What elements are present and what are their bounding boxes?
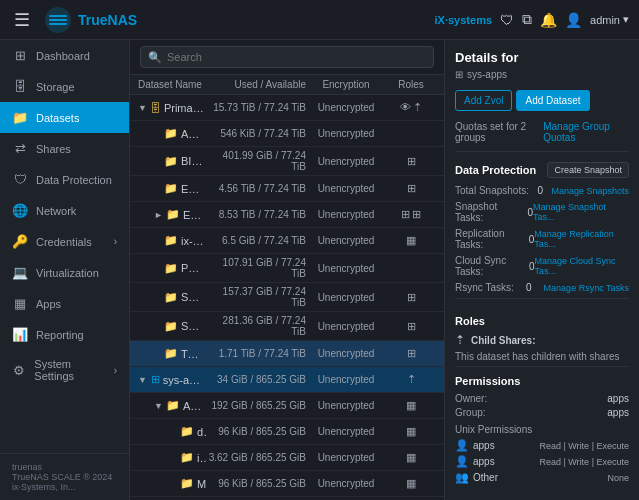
- dataset-used: 15.73 TiB / 77.24 TiB: [206, 102, 306, 113]
- folder-icon: 📁: [180, 425, 194, 438]
- network-icon: 🌐: [12, 203, 28, 218]
- manage-cloud-sync-link[interactable]: Manage Cloud Sync Tas...: [535, 256, 630, 276]
- group-icon: 👥: [455, 471, 469, 484]
- folder-icon: 📁: [166, 399, 180, 412]
- cloud-sync-label: Cloud Sync Tasks:: [455, 255, 529, 277]
- sidebar-item-reporting[interactable]: 📊 Reporting: [0, 319, 129, 350]
- row-name-cell: ▶ 📁 SORT-DUMP: [138, 320, 206, 333]
- owner-row: Owner: apps: [455, 393, 629, 404]
- folder-icon: 📁: [164, 347, 178, 360]
- expand-icon[interactable]: ▼: [138, 103, 147, 113]
- admin-arrow-icon: ▾: [623, 13, 629, 26]
- dataset-name: APPDATA: [181, 128, 206, 140]
- dataset-used: 3.62 GiB / 865.25 GiB: [206, 452, 306, 463]
- table-row[interactable]: ▶ 📁 SOFTWARE-GAMES 157.37 GiB / 77.24 Ti…: [130, 283, 444, 312]
- sidebar-label: Datasets: [36, 112, 79, 124]
- permissions-title: Permissions: [455, 375, 629, 387]
- folder-icon: 📁: [166, 208, 180, 221]
- person-icon[interactable]: 👤: [565, 12, 582, 28]
- sidebar-item-storage[interactable]: 🗄 Storage: [0, 71, 129, 102]
- row-name-cell: ▼ 📁 Applications: [138, 399, 206, 412]
- hamburger-button[interactable]: ☰: [10, 5, 34, 35]
- details-panel: Details for ⊞ sys-apps Add Zvol Add Data…: [444, 40, 639, 500]
- bell-icon[interactable]: 🔔: [540, 12, 557, 28]
- table-row[interactable]: ► 📁 ENTERTAINMENT 8.53 TiB / 77.24 TiB U…: [130, 202, 444, 228]
- sidebar-item-data-protection[interactable]: 🛡 Data Protection: [0, 164, 129, 195]
- data-protection-section: Data Protection Create Snapshot Total Sn…: [455, 162, 629, 294]
- manage-rsync-link[interactable]: Manage Rsync Tasks: [544, 283, 629, 293]
- dataset-name: ix-applications: [197, 452, 206, 464]
- pool-detail-icon: ⊞: [455, 69, 463, 80]
- apps2-role-icon: ⊞: [412, 208, 421, 221]
- admin-button[interactable]: admin ▾: [590, 13, 629, 26]
- table-row[interactable]: ▶ 📁 ix-applications 3.62 GiB / 865.25 Gi…: [130, 445, 444, 471]
- expand-icon[interactable]: ►: [154, 210, 163, 220]
- table-row[interactable]: ▼ ⊞ sys-apps 34 GiB / 865.25 GiB Unencry…: [130, 367, 444, 393]
- data-protection-icon: 🛡: [12, 172, 28, 187]
- sidebar-item-system-settings[interactable]: ⚙ System Settings ›: [0, 350, 129, 390]
- add-dataset-button[interactable]: Add Dataset: [516, 90, 589, 111]
- dataset-name: doublecommander: [197, 426, 206, 438]
- dataset-name: sys-apps: [163, 374, 206, 386]
- quotas-text: Quotas set for 2 groups: [455, 121, 543, 143]
- manage-snapshots-link[interactable]: Manage Snapshots: [551, 186, 629, 196]
- layers-icon[interactable]: ⧉: [522, 11, 532, 28]
- add-zvol-button[interactable]: Add Zvol: [455, 90, 512, 111]
- table-row[interactable]: ▶ 📁 MyAppData 96 KiB / 865.25 GiB Unencr…: [130, 471, 444, 497]
- row-name-cell: ▶ 📁 ix-applications: [138, 451, 206, 464]
- manage-snapshot-tasks-link[interactable]: Manage Snapshot Tas...: [533, 202, 629, 222]
- table-row[interactable]: ▶ 📁 APPDATA 546 KiB / 77.24 TiB Unencryp…: [130, 121, 444, 147]
- sidebar-item-network[interactable]: 🌐 Network: [0, 195, 129, 226]
- table-row[interactable]: ▶ 📁 ix-applications 6.5 GiB / 77.24 TiB …: [130, 228, 444, 254]
- sidebar-label: Network: [36, 205, 76, 217]
- unix-user-name-0: apps: [473, 440, 535, 451]
- permissions-section: Permissions Owner: apps Group: apps Unix…: [455, 366, 629, 484]
- sidebar-label: Credentials: [36, 236, 92, 248]
- expand-icon[interactable]: ▼: [138, 375, 148, 385]
- sidebar-item-virtualization[interactable]: 💻 Virtualization: [0, 257, 129, 288]
- dataset-enc: Unencrypted: [306, 183, 386, 194]
- expand-icon[interactable]: ▼: [154, 401, 163, 411]
- table-row[interactable]: ▼ 🗄 PrimaryPool 15.73 TiB / 77.24 TiB Un…: [130, 95, 444, 121]
- unix-permissions-title: Unix Permissions: [455, 424, 629, 435]
- dataset-roles: ⇡: [386, 373, 436, 386]
- sidebar-item-datasets[interactable]: 📁 Datasets: [0, 102, 129, 133]
- manage-replication-link[interactable]: Manage Replication Tas...: [534, 229, 629, 249]
- shares-icon: ⇡: [455, 333, 465, 347]
- table-row[interactable]: ▼ 📁 Applications 192 GiB / 865.25 GiB Un…: [130, 393, 444, 419]
- sidebar-item-credentials[interactable]: 🔑 Credentials ›: [0, 226, 129, 257]
- row-name-cell: ▼ ⊞ sys-apps: [138, 373, 206, 386]
- table-row[interactable]: ▶ 📁 EDUCATION 4.56 TiB / 77.24 TiB Unenc…: [130, 176, 444, 202]
- child-shares-row: ⇡ Child Shares:: [455, 333, 629, 347]
- table-row[interactable]: ▶ 📁 TORRENT 1.71 TiB / 77.24 TiB Unencry…: [130, 341, 444, 367]
- row-name-cell: ▶ 📁 PERSONAL: [138, 262, 206, 275]
- table-row[interactable]: ▶ 📁 SORT-DUMP 281.36 GiB / 77.24 TiB Une…: [130, 312, 444, 341]
- dataset-roles: ⊞: [386, 291, 436, 304]
- table-row[interactable]: ▶ 📁 doublecommander 96 KiB / 865.25 GiB …: [130, 419, 444, 445]
- table-row[interactable]: ▶ 📁 BIZ-DEV 401.99 GiB / 77.24 TiB Unenc…: [130, 147, 444, 176]
- unix-user-rights-1: Read | Write | Execute: [539, 457, 629, 467]
- shield-icon[interactable]: 🛡: [500, 12, 514, 28]
- admin-label: admin: [590, 14, 620, 26]
- main-layout: ⊞ Dashboard 🗄 Storage 📁 Datasets ⇄ Share…: [0, 40, 639, 500]
- sidebar-label: Shares: [36, 143, 71, 155]
- manage-quotas-link[interactable]: Manage Group Quotas: [543, 121, 629, 143]
- create-snapshot-button[interactable]: Create Snapshot: [547, 162, 629, 178]
- table-row[interactable]: ▶ 📁 PERSONAL 107.91 GiB / 77.24 TiB Unen…: [130, 254, 444, 283]
- unix-user-row-0: 👤 apps Read | Write | Execute: [455, 439, 629, 452]
- sidebar-item-apps[interactable]: ▦ Apps: [0, 288, 129, 319]
- grid-role-icon: ▦: [406, 399, 416, 412]
- replication-row: Replication Tasks: 0 Manage Replication …: [455, 227, 629, 251]
- row-name-cell: ▶ 📁 EDUCATION: [138, 182, 206, 195]
- search-input[interactable]: [140, 46, 434, 68]
- col-header-used: Used / Available: [206, 79, 306, 90]
- dataset-enc: Unencrypted: [306, 400, 386, 411]
- sidebar-item-dashboard[interactable]: ⊞ Dashboard: [0, 40, 129, 71]
- datasets-icon: 📁: [12, 110, 28, 125]
- sidebar-label: Data Protection: [36, 174, 112, 186]
- sidebar-item-shares[interactable]: ⇄ Shares: [0, 133, 129, 164]
- dataset-roles: ▦: [386, 399, 436, 412]
- sidebar-label: Virtualization: [36, 267, 99, 279]
- child-shares-label: Child Shares:: [471, 335, 535, 346]
- apps-role-icon: ⊞: [407, 320, 416, 333]
